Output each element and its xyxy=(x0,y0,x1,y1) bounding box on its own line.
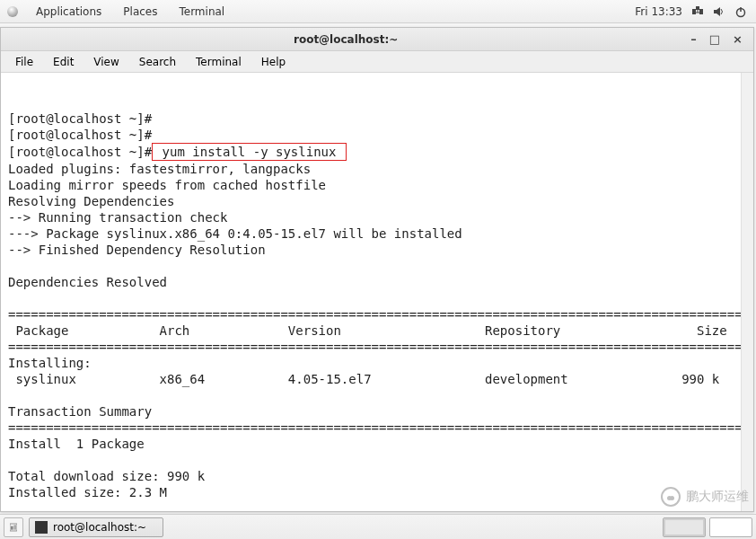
taskbar-task-label: root@localhost:~ xyxy=(53,521,146,534)
network-icon[interactable] xyxy=(691,5,704,18)
menu-terminal[interactable]: Terminal xyxy=(187,53,251,71)
terminal-line: ========================================… xyxy=(8,340,741,354)
terminal-line: Package Arch Version Repository Size xyxy=(8,323,727,338)
terminal-scrollbar[interactable] xyxy=(741,73,753,511)
terminal-line: Total download size: 990 k xyxy=(8,469,205,483)
watermark: 鹏大师运维 xyxy=(661,487,749,507)
terminal-line: ========================================… xyxy=(8,420,741,435)
minimize-button[interactable]: – xyxy=(690,33,697,45)
places-menu[interactable]: Places xyxy=(114,3,166,21)
terminal-line: Installing: xyxy=(8,356,92,370)
gnome-top-panel: Applications Places Terminal Fri 13:33 xyxy=(0,0,756,23)
window-title: root@localhost:~ xyxy=(6,33,685,46)
workspace-pager xyxy=(663,517,752,537)
watermark-text: 鹏大师运维 xyxy=(686,489,749,505)
terminal-line: syslinux x86_64 4.05-15.el7 development … xyxy=(8,372,719,386)
watermark-logo-icon xyxy=(661,487,681,507)
gnome-logo-icon xyxy=(5,4,20,19)
taskbar-task-terminal[interactable]: root@localhost:~ xyxy=(29,517,163,537)
panel-right: Fri 13:33 xyxy=(635,5,751,18)
terminal-line: [root@localhost ~]# xyxy=(8,111,152,126)
maximize-button[interactable]: □ xyxy=(709,33,720,45)
window-titlebar[interactable]: root@localhost:~ – □ × xyxy=(1,28,753,51)
terminal-line: Loaded plugins: fastestmirror, langpacks xyxy=(8,162,311,176)
terminal-prompt: [root@localhost ~]# xyxy=(8,145,152,159)
terminal-area: [root@localhost ~]# [root@localhost ~]# … xyxy=(1,73,753,511)
window-menubar: File Edit View Search Terminal Help xyxy=(1,51,753,73)
workspace-2[interactable] xyxy=(709,517,752,537)
menu-view[interactable]: View xyxy=(84,53,127,71)
menu-help[interactable]: Help xyxy=(252,53,294,71)
applications-menu[interactable]: Applications xyxy=(27,3,110,21)
gnome-bottom-panel: root@localhost:~ xyxy=(0,514,756,539)
terminal-output[interactable]: [root@localhost ~]# [root@localhost ~]# … xyxy=(1,73,741,511)
svg-rect-9 xyxy=(11,526,13,529)
active-app-menu[interactable]: Terminal xyxy=(170,3,233,21)
command-highlight: yum install -y syslinux xyxy=(152,143,347,161)
svg-rect-1 xyxy=(699,9,703,14)
terminal-line: --> Finished Dependency Resolution xyxy=(8,243,266,257)
svg-rect-0 xyxy=(692,9,696,14)
volume-icon[interactable] xyxy=(713,5,725,18)
window-controls: – □ × xyxy=(685,33,748,45)
workspace-1[interactable] xyxy=(663,517,706,537)
terminal-line: ---> Package syslinux.x86_64 0:4.05-15.e… xyxy=(8,226,462,241)
terminal-line: --> Running transaction check xyxy=(8,210,227,225)
svg-rect-2 xyxy=(696,6,699,10)
panel-left: Applications Places Terminal xyxy=(5,3,233,21)
terminal-line: [root@localhost ~]# xyxy=(8,128,152,142)
menu-file[interactable]: File xyxy=(6,53,42,71)
terminal-line: Transaction Summary xyxy=(8,404,152,419)
terminal-line: Install 1 Package xyxy=(8,437,145,451)
terminal-line: Loading mirror speeds from cached hostfi… xyxy=(8,178,326,192)
svg-marker-5 xyxy=(714,7,720,16)
clock[interactable]: Fri 13:33 xyxy=(635,5,682,18)
svg-rect-10 xyxy=(13,525,16,529)
power-icon[interactable] xyxy=(734,5,747,18)
show-desktop-button[interactable] xyxy=(4,517,23,537)
terminal-line: Dependencies Resolved xyxy=(8,275,167,289)
terminal-line: ========================================… xyxy=(8,307,741,322)
close-button[interactable]: × xyxy=(733,33,743,45)
menu-edit[interactable]: Edit xyxy=(44,53,83,71)
menu-search[interactable]: Search xyxy=(130,53,185,71)
terminal-window: root@localhost:~ – □ × File Edit View Se… xyxy=(0,27,754,512)
terminal-line: Resolving Dependencies xyxy=(8,194,174,208)
terminal-icon xyxy=(35,521,48,534)
terminal-line: Installed size: 2.3 M xyxy=(8,485,167,499)
